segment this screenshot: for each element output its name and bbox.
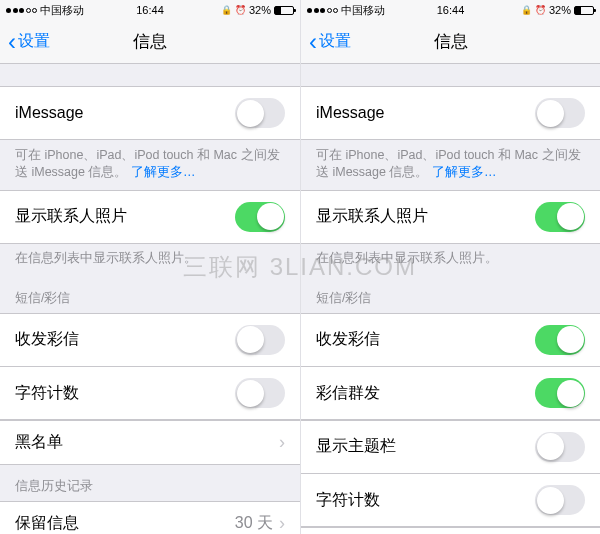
battery-icon xyxy=(574,6,594,15)
char-count-label: 字符计数 xyxy=(316,490,380,511)
keep-messages-value: 30 天 xyxy=(235,513,273,534)
switch-imessage[interactable] xyxy=(535,98,585,128)
imessage-label: iMessage xyxy=(316,104,384,122)
header-history: 信息历史记录 xyxy=(0,464,300,501)
show-contact-photo-footer: 在信息列表中显示联系人照片。 xyxy=(0,243,300,276)
phone-right: 中国移动 16:44 🔒 ⏰ 32% ‹ 设置 信息 iMessage xyxy=(300,0,600,534)
switch-show-contact-photo[interactable] xyxy=(535,202,585,232)
cell-char-count[interactable]: 字符计数 xyxy=(301,473,600,527)
cell-show-contact-photo[interactable]: 显示联系人照片 xyxy=(301,190,600,244)
mms-label: 收发彩信 xyxy=(15,329,79,350)
cell-subject-field[interactable]: 显示主题栏 xyxy=(301,420,600,474)
switch-subject-field[interactable] xyxy=(535,432,585,462)
switch-imessage[interactable] xyxy=(235,98,285,128)
settings-body: iMessage 可在 iPhone、iPad、iPod touch 和 Mac… xyxy=(301,64,600,534)
cell-imessage[interactable]: iMessage xyxy=(301,86,600,140)
switch-char-count[interactable] xyxy=(235,378,285,408)
nav-bar: ‹ 设置 信息 xyxy=(0,20,300,64)
status-time: 16:44 xyxy=(301,4,600,16)
cell-blacklist[interactable]: 黑名单 › xyxy=(301,527,600,535)
cell-blacklist[interactable]: 黑名单 › xyxy=(0,420,300,465)
learn-more-link[interactable]: 了解更多… xyxy=(432,165,497,179)
status-time: 16:44 xyxy=(0,4,300,16)
show-contact-photo-footer: 在信息列表中显示联系人照片。 xyxy=(301,243,600,276)
switch-show-contact-photo[interactable] xyxy=(235,202,285,232)
status-bar: 中国移动 16:44 🔒 ⏰ 32% xyxy=(0,0,300,20)
battery-icon xyxy=(274,6,294,15)
imessage-footer: 可在 iPhone、iPad、iPod touch 和 Mac 之间发送 iMe… xyxy=(0,140,300,190)
cell-mms[interactable]: 收发彩信 xyxy=(0,313,300,367)
settings-body: iMessage 可在 iPhone、iPad、iPod touch 和 Mac… xyxy=(0,64,300,534)
cell-imessage[interactable]: iMessage xyxy=(0,86,300,140)
show-contact-photo-label: 显示联系人照片 xyxy=(15,206,127,227)
chevron-right-icon: › xyxy=(279,513,285,534)
show-contact-photo-label: 显示联系人照片 xyxy=(316,206,428,227)
blacklist-label: 黑名单 xyxy=(15,432,63,453)
header-sms: 短信/彩信 xyxy=(301,276,600,313)
header-sms: 短信/彩信 xyxy=(0,276,300,313)
status-bar: 中国移动 16:44 🔒 ⏰ 32% xyxy=(301,0,600,20)
subject-field-label: 显示主题栏 xyxy=(316,436,396,457)
switch-char-count[interactable] xyxy=(535,485,585,515)
switch-mms[interactable] xyxy=(235,325,285,355)
imessage-footer: 可在 iPhone、iPad、iPod touch 和 Mac 之间发送 iMe… xyxy=(301,140,600,190)
learn-more-link[interactable]: 了解更多… xyxy=(131,165,196,179)
page-title: 信息 xyxy=(301,30,600,53)
phone-left: 中国移动 16:44 🔒 ⏰ 32% ‹ 设置 信息 iMessage xyxy=(0,0,300,534)
switch-mms-group[interactable] xyxy=(535,378,585,408)
nav-bar: ‹ 设置 信息 xyxy=(301,20,600,64)
mms-group-label: 彩信群发 xyxy=(316,383,380,404)
keep-messages-label: 保留信息 xyxy=(15,513,79,534)
cell-char-count[interactable]: 字符计数 xyxy=(0,366,300,420)
page-title: 信息 xyxy=(0,30,300,53)
cell-keep-messages[interactable]: 保留信息 30 天 › xyxy=(0,501,300,534)
char-count-label: 字符计数 xyxy=(15,383,79,404)
cell-mms-group[interactable]: 彩信群发 xyxy=(301,366,600,420)
chevron-right-icon: › xyxy=(279,432,285,453)
switch-mms[interactable] xyxy=(535,325,585,355)
cell-mms[interactable]: 收发彩信 xyxy=(301,313,600,367)
cell-show-contact-photo[interactable]: 显示联系人照片 xyxy=(0,190,300,244)
imessage-label: iMessage xyxy=(15,104,83,122)
mms-label: 收发彩信 xyxy=(316,329,380,350)
